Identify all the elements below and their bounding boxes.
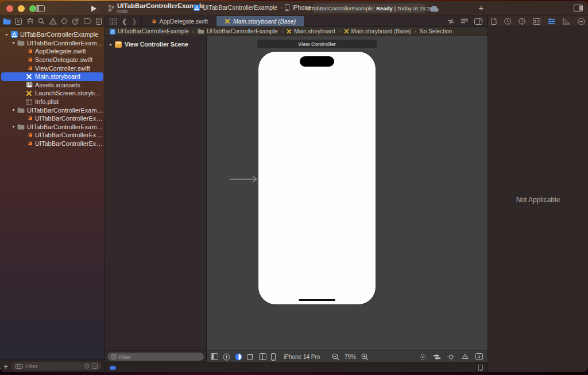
size-inspector-icon[interactable] xyxy=(563,18,570,25)
breakpoints-toggle-button[interactable] xyxy=(110,366,116,370)
update-frames-icon[interactable] xyxy=(419,353,427,361)
device-name-label[interactable]: iPhone 14 Pro xyxy=(284,354,320,360)
breadcrumb-project[interactable]: UITabBarControllerExample xyxy=(110,28,189,34)
add-file-button[interactable]: + xyxy=(3,362,8,370)
chevron-down-icon[interactable]: ▾ xyxy=(3,32,10,37)
view-controller-header-bar[interactable]: View Controller xyxy=(257,40,377,48)
file-row[interactable]: SceneDelegate.swift xyxy=(1,56,103,64)
tab-appdelegate[interactable]: AppDelegate.swift xyxy=(142,16,216,26)
recent-files-icon[interactable] xyxy=(84,364,90,369)
device-icon[interactable] xyxy=(271,353,276,361)
connections-inspector-icon[interactable] xyxy=(578,18,585,25)
file-row[interactable]: Assets.xcassets xyxy=(1,81,103,90)
code-review-icon[interactable] xyxy=(447,18,455,25)
breakpoints-navigator-icon[interactable] xyxy=(84,18,92,24)
quick-help-inspector-icon[interactable] xyxy=(519,18,525,25)
attributes-inspector-icon[interactable] xyxy=(548,18,555,25)
zoom-in-icon[interactable] xyxy=(361,353,369,361)
file-row[interactable]: ViewController.swift xyxy=(1,64,103,72)
git-branch-icon xyxy=(108,5,114,12)
storyboard-file-icon xyxy=(287,29,292,34)
activity-status[interactable]: UITabBarControllerExample: Ready | Today… xyxy=(313,3,425,13)
bookmarks-navigator-icon[interactable] xyxy=(26,18,34,25)
new-tab-button[interactable]: + xyxy=(477,3,486,13)
breadcrumb-storyboard[interactable]: Main.storyboard xyxy=(287,28,335,34)
file-row[interactable]: LaunchScreen.storyboard xyxy=(1,89,103,98)
file-row[interactable]: UITabBarControllerExample... xyxy=(1,131,103,140)
file-inspector-icon[interactable] xyxy=(491,18,497,25)
source-control-navigator-icon[interactable] xyxy=(15,18,22,25)
inspector-panel: Not Applicable xyxy=(488,16,588,372)
tab-overview-icon[interactable] xyxy=(110,18,117,25)
filter-placeholder: Filter xyxy=(25,363,37,369)
outline-filter-input[interactable]: Filter xyxy=(107,353,204,361)
debug-navigator-icon[interactable] xyxy=(72,18,79,25)
add-editor-icon[interactable] xyxy=(474,18,482,25)
file-row-group[interactable]: ▾ UITabBarControllerExampleUI... xyxy=(1,123,103,132)
minimize-window-button[interactable] xyxy=(18,5,25,12)
file-row[interactable]: UITabBarControllerExample... xyxy=(1,114,103,123)
navigator-filter-input[interactable]: Filter xyxy=(11,362,101,370)
file-row[interactable]: Info.plist xyxy=(1,98,103,106)
editor-options-icon[interactable] xyxy=(461,18,469,25)
view-controller-scene-row[interactable]: ▸ View Controller Scene xyxy=(105,41,206,48)
file-row[interactable]: AppDelegate.swift xyxy=(1,47,103,56)
trait-variants-icon[interactable] xyxy=(223,353,230,361)
go-forward-icon[interactable]: ❯ xyxy=(131,18,137,25)
adaptation-icon[interactable] xyxy=(259,353,266,360)
swift-file-icon xyxy=(25,115,33,122)
document-outline: ▸ View Controller Scene xyxy=(105,36,207,350)
project-icon xyxy=(110,29,115,34)
chevron-down-icon[interactable]: ▾ xyxy=(10,107,17,113)
navigator-panel: ▾ UITabBarControllerExample ▾ UITabBarCo… xyxy=(0,16,105,372)
assets-file-icon xyxy=(25,82,33,88)
initial-view-controller-arrow-icon[interactable] xyxy=(229,175,259,184)
file-row-selected[interactable]: Main.storyboard xyxy=(1,72,103,81)
zoom-level-label[interactable]: 79% xyxy=(345,354,356,360)
reports-navigator-icon[interactable] xyxy=(96,18,102,25)
identity-inspector-icon[interactable] xyxy=(533,18,540,25)
add-constraints-icon[interactable] xyxy=(447,353,455,361)
tests-navigator-icon[interactable] xyxy=(61,18,68,25)
close-window-button[interactable] xyxy=(6,5,13,12)
project-icon xyxy=(10,31,18,38)
window-project-title[interactable]: UITabBarControllerExample main xyxy=(117,2,205,14)
file-row-group[interactable]: ▾ UITabBarControllerExampleTe... xyxy=(1,106,103,114)
storyboard-canvas[interactable]: View Controller xyxy=(207,36,488,350)
outline-toggle-icon[interactable] xyxy=(211,353,218,360)
project-navigator-icon[interactable] xyxy=(3,18,11,25)
view-controller-view[interactable] xyxy=(258,52,376,304)
inspector-empty-text: Not Applicable xyxy=(516,196,560,204)
inspector-sidebar-toggle-icon[interactable] xyxy=(574,5,583,11)
debug-bar xyxy=(105,362,488,372)
tab-main-storyboard[interactable]: Main.storyboard (Base) xyxy=(216,16,304,26)
storyboard-file-icon xyxy=(225,18,230,24)
file-row-group[interactable]: ▾ UITabBarControllerExample xyxy=(1,39,103,48)
breadcrumb-storyboard-base[interactable]: Main.storyboard (Base) xyxy=(344,28,411,34)
chevron-down-icon[interactable]: ▾ xyxy=(10,40,17,45)
swift-file-icon xyxy=(25,56,33,63)
file-label: ViewController.swift xyxy=(35,65,90,72)
source-control-filter-icon[interactable] xyxy=(92,364,98,369)
run-button[interactable] xyxy=(91,5,97,12)
breadcrumb-selection[interactable]: No Selection xyxy=(420,28,452,34)
resolve-issues-icon[interactable] xyxy=(461,353,469,360)
align-icon[interactable] xyxy=(433,354,441,360)
file-row[interactable]: UITabBarControllerExample... xyxy=(1,140,103,148)
file-row-project[interactable]: ▾ UITabBarControllerExample xyxy=(1,30,103,39)
navigator-sidebar-toggle-icon[interactable] xyxy=(36,5,45,12)
orientation-icon[interactable] xyxy=(247,353,254,360)
issues-navigator-icon[interactable] xyxy=(49,18,57,25)
breadcrumb-group[interactable]: UITabBarControllerExample xyxy=(198,28,278,34)
find-navigator-icon[interactable] xyxy=(38,18,45,25)
device-bezels-icon[interactable] xyxy=(478,365,483,371)
zoom-out-icon[interactable] xyxy=(332,353,339,361)
go-back-icon[interactable]: ❮ xyxy=(122,18,127,25)
appearance-toggle-icon[interactable] xyxy=(235,353,242,361)
editor-area: ❮ ❯ AppDelegate.swift Main.storyboard (B… xyxy=(105,16,488,372)
history-inspector-icon[interactable] xyxy=(504,18,511,25)
chevron-down-icon[interactable]: ▾ xyxy=(10,124,17,129)
inspector-body: Not Applicable xyxy=(488,27,588,372)
embed-icon[interactable] xyxy=(475,353,483,360)
chevron-right-icon[interactable]: ▸ xyxy=(110,42,112,47)
